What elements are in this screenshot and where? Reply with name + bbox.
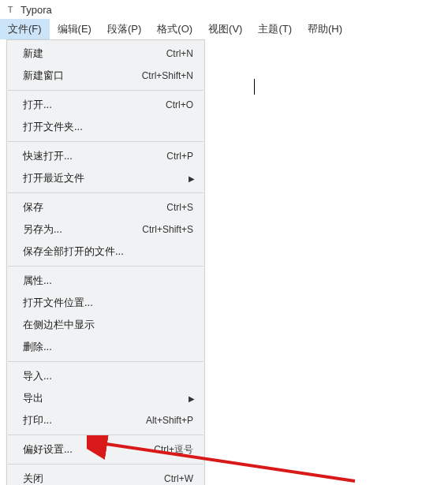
menu-item-label: 导出 [23, 391, 193, 405]
menu-separator [8, 90, 203, 91]
menu-help[interactable]: 帮助(H) [300, 19, 350, 39]
menu-export[interactable]: 导出 ▶ [7, 387, 204, 409]
menu-save-as[interactable]: 另存为... Ctrl+Shift+S [7, 218, 204, 241]
menu-item-label: 偏好设置... [23, 442, 154, 457]
menu-item-label: 删除... [23, 340, 193, 354]
menu-new-window[interactable]: 新建窗口 Ctrl+Shift+N [7, 65, 204, 87]
menu-new[interactable]: 新建 Ctrl+N [7, 43, 204, 65]
menu-item-label: 保存全部打开的文件... [23, 244, 193, 259]
submenu-arrow-icon: ▶ [189, 174, 195, 183]
menu-delete[interactable]: 删除... [7, 336, 204, 358]
menu-item-label: 另存为... [23, 222, 142, 237]
menu-item-label: 新建窗口 [23, 69, 142, 83]
menu-recent-files[interactable]: 打开最近文件 ▶ [7, 167, 204, 189]
title-bar: T Typora [0, 0, 448, 19]
menu-item-label: 在侧边栏中显示 [23, 318, 193, 332]
menu-separator [8, 192, 203, 193]
menu-print[interactable]: 打印... Alt+Shift+P [7, 409, 204, 431]
menu-open[interactable]: 打开... Ctrl+O [7, 94, 204, 116]
menu-preferences[interactable]: 偏好设置... Ctrl+逗号 [7, 438, 204, 461]
menu-item-label: 快速打开... [23, 149, 166, 163]
menu-paragraph[interactable]: 段落(P) [99, 19, 149, 39]
menu-separator [8, 464, 203, 464]
menu-item-shortcut: Ctrl+Shift+N [142, 70, 193, 81]
menu-separator [8, 361, 203, 362]
menu-format[interactable]: 格式(O) [149, 19, 200, 39]
text-cursor [254, 79, 255, 95]
menu-item-shortcut: Ctrl+P [166, 151, 193, 162]
menu-show-in-sidebar[interactable]: 在侧边栏中显示 [7, 314, 204, 336]
menu-item-shortcut: Ctrl+S [166, 202, 193, 213]
menu-item-label: 打开... [23, 98, 166, 112]
menu-item-shortcut: Ctrl+W [164, 473, 193, 484]
menu-close[interactable]: 关闭 Ctrl+W [7, 468, 204, 485]
menu-edit[interactable]: 编辑(E) [50, 19, 99, 39]
menu-item-shortcut: Alt+Shift+P [146, 415, 193, 426]
menu-theme[interactable]: 主题(T) [250, 19, 300, 39]
menu-separator [8, 141, 203, 142]
menu-item-label: 打开最近文件 [23, 171, 193, 185]
menu-item-label: 属性... [23, 274, 193, 288]
menu-view[interactable]: 视图(V) [200, 19, 250, 39]
submenu-arrow-icon: ▶ [189, 394, 195, 403]
menu-separator [8, 266, 203, 267]
app-title: Typora [21, 4, 52, 16]
menu-item-label: 打开文件夹... [23, 120, 193, 134]
menu-quick-open[interactable]: 快速打开... Ctrl+P [7, 145, 204, 167]
editor-area[interactable] [205, 39, 448, 485]
menu-item-shortcut: Ctrl+Shift+S [142, 224, 193, 235]
menu-item-label: 保存 [23, 200, 166, 215]
menu-file[interactable]: 文件(F) [0, 19, 50, 39]
menu-save[interactable]: 保存 Ctrl+S [7, 196, 204, 218]
menu-item-label: 新建 [23, 47, 166, 61]
file-dropdown: 新建 Ctrl+N 新建窗口 Ctrl+Shift+N 打开... Ctrl+O… [6, 39, 205, 485]
menu-properties[interactable]: 属性... [7, 270, 204, 292]
menu-item-shortcut: Ctrl+逗号 [154, 443, 193, 457]
menu-item-shortcut: Ctrl+N [166, 48, 193, 59]
menu-import[interactable]: 导入... [7, 365, 204, 387]
menu-save-all[interactable]: 保存全部打开的文件... [7, 241, 204, 263]
menu-item-label: 导入... [23, 369, 193, 383]
menu-bar: 文件(F) 编辑(E) 段落(P) 格式(O) 视图(V) 主题(T) 帮助(H… [0, 19, 448, 39]
menu-item-shortcut: Ctrl+O [166, 99, 193, 110]
menu-item-label: 打印... [23, 413, 146, 427]
menu-open-folder[interactable]: 打开文件夹... [7, 116, 204, 138]
app-icon: T [5, 4, 16, 15]
menu-reveal-file[interactable]: 打开文件位置... [7, 292, 204, 314]
menu-item-label: 关闭 [23, 472, 164, 485]
menu-item-label: 打开文件位置... [23, 296, 193, 310]
menu-separator [8, 435, 203, 435]
